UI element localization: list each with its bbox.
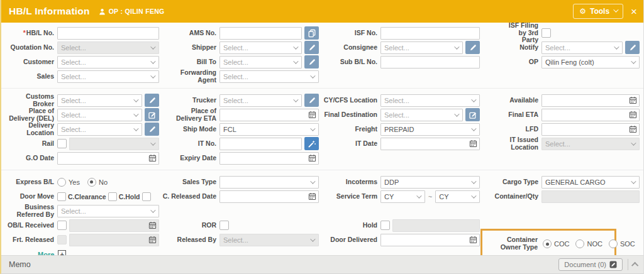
tools-button[interactable]: ⚙ Tools (573, 4, 623, 19)
trucker-select[interactable]: Select... (219, 94, 302, 107)
place-of-delivery-del-select[interactable]: Select... (57, 109, 142, 121)
delivery-location-edit-button[interactable] (145, 123, 159, 136)
place-of-delivery-eta-date[interactable] (219, 109, 319, 121)
sales-select[interactable]: Select... (57, 70, 159, 83)
released-by-select: Select... (219, 234, 319, 246)
frt-released-date (69, 234, 159, 246)
ship-mode-select[interactable]: FCL (219, 123, 319, 136)
coc-radio[interactable]: COC (543, 239, 569, 248)
container-qty-input (541, 190, 640, 203)
noc-radio[interactable]: NOC (575, 239, 602, 248)
pencil-square-icon (148, 111, 157, 119)
notify-label: Notify (483, 40, 538, 55)
dialog-header: HB/L Information OP : QILIN FENG ⚙ Tools… (1, 0, 643, 23)
sales-type-select[interactable] (219, 176, 319, 189)
ams-no-input[interactable] (219, 27, 302, 40)
op-select[interactable]: Qilin Feng (colt) (541, 56, 640, 68)
rail-checkbox[interactable] (57, 139, 67, 148)
op-label: OP (483, 55, 538, 69)
c-released-date-label: C. Released Date (162, 189, 216, 204)
customs-broker-select[interactable]: Select... (57, 94, 142, 107)
go-date[interactable] (57, 152, 159, 165)
it-issued-location-select: Select... (541, 138, 640, 150)
bill-to-select[interactable]: Select... (219, 56, 302, 68)
express-bl-no-radio[interactable]: No (87, 178, 108, 187)
document-button-label: Document (0) (564, 261, 606, 268)
sub-bl-no-input[interactable] (380, 56, 480, 68)
door-move-checkbox[interactable] (57, 192, 66, 201)
hold-checkbox[interactable] (380, 221, 390, 230)
isf-filing-checkbox[interactable] (541, 28, 551, 38)
close-icon[interactable]: × (631, 6, 637, 17)
it-no-input[interactable] (219, 138, 302, 150)
plus-icon: + (58, 250, 66, 255)
final-eta-date[interactable] (541, 109, 640, 121)
released-by-label: Released By (162, 233, 216, 247)
page-title: HB/L Information (9, 6, 90, 17)
place-of-delivery-del-edit-button[interactable] (145, 108, 159, 121)
it-no-wand-button[interactable] (304, 137, 319, 150)
consignee-select[interactable]: Select... (380, 41, 463, 54)
service-term-from-select[interactable]: CY (380, 190, 425, 203)
available-date[interactable] (541, 94, 640, 107)
final-destination-select[interactable]: Select... (380, 109, 463, 121)
c-hold-checkbox[interactable] (142, 192, 151, 201)
more-label: More (38, 251, 54, 256)
incoterms-select[interactable]: DDP (380, 176, 480, 189)
c-hold-label: C.Hold (119, 193, 140, 200)
rail-select (69, 138, 159, 150)
door-delivered-date[interactable] (380, 234, 480, 246)
express-bl-label: Express B/L (5, 175, 54, 189)
copy-icon (308, 29, 316, 38)
quotation-no-label: Quotation No. (5, 40, 54, 55)
bill-to-edit-button[interactable] (304, 55, 319, 68)
obl-received-checkbox[interactable] (57, 221, 67, 230)
notify-select[interactable]: Select... (541, 41, 623, 54)
express-bl-yes-radio[interactable]: Yes (57, 178, 80, 187)
cycfs-location-select[interactable]: Select... (380, 94, 480, 107)
shipper-select[interactable]: Select... (219, 41, 302, 54)
ams-copy-button[interactable] (304, 26, 319, 40)
hold-label: Hold (322, 218, 377, 233)
pencil-icon (308, 96, 316, 105)
forwarding-agent-select[interactable]: Select... (219, 70, 319, 83)
freight-select[interactable]: PREPAID (380, 123, 480, 136)
consignee-edit-button[interactable] (465, 41, 480, 54)
service-term-to-select[interactable]: CY (435, 190, 480, 203)
frt-released-label: Frt. Released (5, 233, 54, 247)
c-clearance-checkbox[interactable] (108, 192, 117, 201)
cargo-type-select[interactable]: GENERAL CARGO (541, 176, 640, 189)
document-button[interactable]: Document (0) (558, 258, 623, 271)
c-clearance-label: C.Clearance (68, 193, 106, 200)
consignee-label: Consignee (322, 40, 377, 55)
chevron-up-icon[interactable] (631, 262, 638, 269)
notify-edit-button[interactable] (625, 41, 640, 54)
memo-title: Memo (9, 260, 31, 269)
c-released-date[interactable] (219, 190, 319, 203)
hbl-no-input[interactable] (57, 27, 159, 40)
form-area: *HB/L No. AMS No. ISF No. ISF Filing by … (1, 23, 643, 255)
lfd-date[interactable] (541, 123, 640, 136)
soc-radio[interactable]: SOC (609, 239, 635, 248)
trucker-edit-button[interactable] (304, 94, 319, 107)
business-referred-by-select[interactable]: Select... (57, 205, 159, 217)
it-date-label: IT Date (322, 136, 377, 151)
expiry-date[interactable] (219, 152, 319, 165)
ror-checkbox[interactable] (219, 221, 229, 230)
it-date[interactable] (380, 138, 480, 150)
final-destination-edit-button[interactable] (465, 108, 480, 121)
shipper-edit-button[interactable] (304, 41, 319, 54)
ship-mode-label: Ship Mode (162, 122, 216, 136)
hbl-no-label: *HB/L No. (5, 26, 54, 40)
isf-no-label: ISF No. (322, 26, 377, 40)
isf-no-input[interactable] (380, 27, 480, 40)
quotation-no-select: Select... (57, 41, 159, 54)
section-divider (1, 170, 643, 170)
pencil-icon (308, 43, 316, 52)
final-eta-label: Final ETA (483, 107, 538, 122)
container-qty-label: Container/Qty (483, 189, 538, 204)
delivery-location-select[interactable]: Select... (57, 123, 142, 136)
customer-select[interactable]: Select... (57, 56, 159, 68)
more-link[interactable]: More + (38, 250, 66, 255)
customs-broker-edit-button[interactable] (145, 94, 159, 107)
